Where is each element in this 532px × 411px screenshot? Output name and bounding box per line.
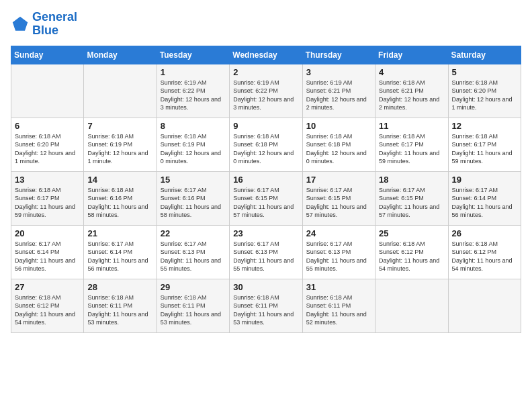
cell-detail: Sunrise: 6:18 AM Sunset: 6:11 PM Dayligh… (306, 293, 371, 327)
sunset-text: Sunset: 6:15 PM (306, 194, 371, 203)
day-number: 1 (161, 67, 226, 77)
sunset-text: Sunset: 6:13 PM (233, 248, 298, 257)
cell-detail: Sunrise: 6:19 AM Sunset: 6:22 PM Dayligh… (233, 79, 298, 112)
cell-detail: Sunrise: 6:17 AM Sunset: 6:15 PM Dayligh… (379, 186, 444, 220)
calendar-cell: 26 Sunrise: 6:18 AM Sunset: 6:12 PM Dayl… (448, 225, 521, 279)
svg-marker-0 (13, 17, 28, 31)
daylight-text: Daylight: 11 hours and 54 minutes. (452, 257, 517, 273)
sunset-text: Sunset: 6:21 PM (306, 87, 371, 95)
day-number: 4 (379, 67, 444, 77)
sunrise-text: Sunrise: 6:18 AM (87, 293, 152, 302)
sunset-text: Sunset: 6:14 PM (452, 194, 517, 203)
sunrise-text: Sunrise: 6:17 AM (306, 240, 371, 248)
calendar-cell (375, 279, 448, 332)
day-number: 28 (87, 282, 152, 292)
cell-detail: Sunrise: 6:17 AM Sunset: 6:15 PM Dayligh… (306, 186, 371, 220)
calendar-cell (11, 64, 84, 118)
daylight-text: Daylight: 11 hours and 58 minutes. (161, 203, 226, 220)
calendar-cell: 3 Sunrise: 6:19 AM Sunset: 6:21 PM Dayli… (302, 64, 375, 118)
calendar-cell: 9 Sunrise: 6:18 AM Sunset: 6:18 PM Dayli… (230, 118, 302, 171)
sunset-text: Sunset: 6:22 PM (233, 87, 298, 95)
sunset-text: Sunset: 6:18 PM (233, 140, 298, 149)
calendar-cell: 13 Sunrise: 6:18 AM Sunset: 6:17 PM Dayl… (11, 171, 84, 225)
day-number: 7 (87, 121, 152, 131)
sunrise-text: Sunrise: 6:17 AM (233, 240, 298, 248)
cell-detail: Sunrise: 6:17 AM Sunset: 6:15 PM Dayligh… (233, 186, 298, 220)
cell-detail: Sunrise: 6:18 AM Sunset: 6:12 PM Dayligh… (452, 240, 517, 273)
calendar-cell (84, 64, 157, 118)
calendar-cell: 12 Sunrise: 6:18 AM Sunset: 6:17 PM Dayl… (448, 118, 521, 171)
sunset-text: Sunset: 6:13 PM (306, 248, 371, 257)
day-number: 6 (15, 121, 80, 131)
daylight-text: Daylight: 11 hours and 58 minutes. (87, 203, 152, 220)
cell-detail: Sunrise: 6:17 AM Sunset: 6:13 PM Dayligh… (306, 240, 371, 273)
day-number: 25 (379, 228, 444, 238)
sunset-text: Sunset: 6:15 PM (233, 194, 298, 203)
day-number: 2 (233, 67, 298, 77)
sunset-text: Sunset: 6:11 PM (306, 302, 371, 310)
page-header: General Blue (11, 11, 521, 38)
day-number: 15 (161, 175, 226, 185)
daylight-text: Daylight: 11 hours and 53 minutes. (87, 310, 152, 327)
cell-detail: Sunrise: 6:18 AM Sunset: 6:17 PM Dayligh… (15, 186, 80, 220)
cell-detail: Sunrise: 6:18 AM Sunset: 6:18 PM Dayligh… (233, 132, 298, 166)
daylight-text: Daylight: 12 hours and 3 minutes. (161, 95, 226, 112)
sunset-text: Sunset: 6:17 PM (379, 140, 444, 149)
day-header-sunday: Sunday (11, 46, 84, 64)
sunset-text: Sunset: 6:18 PM (306, 140, 371, 149)
daylight-text: Daylight: 11 hours and 55 minutes. (233, 257, 298, 273)
daylight-text: Daylight: 11 hours and 55 minutes. (161, 257, 226, 273)
day-number: 24 (306, 228, 371, 238)
sunrise-text: Sunrise: 6:17 AM (161, 186, 226, 195)
calendar-cell: 25 Sunrise: 6:18 AM Sunset: 6:12 PM Dayl… (375, 225, 448, 279)
daylight-text: Daylight: 11 hours and 55 minutes. (306, 257, 371, 273)
sunrise-text: Sunrise: 6:18 AM (161, 293, 226, 302)
calendar-header-row: SundayMondayTuesdayWednesdayThursdayFrid… (11, 46, 521, 64)
sunset-text: Sunset: 6:21 PM (379, 87, 444, 95)
cell-detail: Sunrise: 6:18 AM Sunset: 6:11 PM Dayligh… (161, 293, 226, 327)
sunset-text: Sunset: 6:22 PM (161, 87, 226, 95)
day-number: 30 (233, 282, 298, 292)
sunrise-text: Sunrise: 6:18 AM (15, 186, 80, 195)
calendar-cell: 5 Sunrise: 6:18 AM Sunset: 6:20 PM Dayli… (448, 64, 521, 118)
cell-detail: Sunrise: 6:17 AM Sunset: 6:14 PM Dayligh… (15, 240, 80, 273)
daylight-text: Daylight: 11 hours and 56 minutes. (87, 257, 152, 273)
daylight-text: Daylight: 11 hours and 57 minutes. (306, 203, 371, 220)
sunset-text: Sunset: 6:13 PM (161, 248, 226, 257)
cell-detail: Sunrise: 6:17 AM Sunset: 6:13 PM Dayligh… (233, 240, 298, 273)
sunrise-text: Sunrise: 6:18 AM (87, 132, 152, 141)
day-number: 29 (161, 282, 226, 292)
calendar-cell: 29 Sunrise: 6:18 AM Sunset: 6:11 PM Dayl… (157, 279, 229, 332)
cell-detail: Sunrise: 6:18 AM Sunset: 6:19 PM Dayligh… (87, 132, 152, 166)
cell-detail: Sunrise: 6:18 AM Sunset: 6:19 PM Dayligh… (161, 132, 226, 166)
sunrise-text: Sunrise: 6:18 AM (15, 132, 80, 141)
daylight-text: Daylight: 12 hours and 0 minutes. (233, 149, 298, 166)
sunset-text: Sunset: 6:17 PM (452, 140, 517, 149)
logo-text: General Blue (32, 11, 77, 38)
day-number: 20 (15, 228, 80, 238)
day-header-thursday: Thursday (302, 46, 375, 64)
day-number: 18 (379, 175, 444, 185)
calendar-cell: 4 Sunrise: 6:18 AM Sunset: 6:21 PM Dayli… (375, 64, 448, 118)
calendar-week-row: 6 Sunrise: 6:18 AM Sunset: 6:20 PM Dayli… (11, 118, 521, 171)
sunrise-text: Sunrise: 6:17 AM (379, 186, 444, 195)
calendar-cell: 17 Sunrise: 6:17 AM Sunset: 6:15 PM Dayl… (302, 171, 375, 225)
calendar-cell: 7 Sunrise: 6:18 AM Sunset: 6:19 PM Dayli… (84, 118, 157, 171)
day-number: 8 (161, 121, 226, 131)
calendar-week-row: 20 Sunrise: 6:17 AM Sunset: 6:14 PM Dayl… (11, 225, 521, 279)
day-header-wednesday: Wednesday (230, 46, 302, 64)
calendar-week-row: 27 Sunrise: 6:18 AM Sunset: 6:12 PM Dayl… (11, 279, 521, 332)
daylight-text: Daylight: 12 hours and 0 minutes. (306, 149, 371, 166)
cell-detail: Sunrise: 6:18 AM Sunset: 6:12 PM Dayligh… (379, 240, 444, 273)
daylight-text: Daylight: 11 hours and 56 minutes. (452, 203, 517, 220)
daylight-text: Daylight: 11 hours and 57 minutes. (379, 203, 444, 220)
cell-detail: Sunrise: 6:18 AM Sunset: 6:12 PM Dayligh… (15, 293, 80, 327)
calendar-cell: 16 Sunrise: 6:17 AM Sunset: 6:15 PM Dayl… (230, 171, 302, 225)
day-number: 23 (233, 228, 298, 238)
sunset-text: Sunset: 6:16 PM (87, 194, 152, 203)
day-number: 22 (161, 228, 226, 238)
daylight-text: Daylight: 11 hours and 59 minutes. (452, 149, 517, 166)
day-number: 26 (452, 228, 517, 238)
daylight-text: Daylight: 11 hours and 54 minutes. (379, 257, 444, 273)
calendar-week-row: 1 Sunrise: 6:19 AM Sunset: 6:22 PM Dayli… (11, 64, 521, 118)
